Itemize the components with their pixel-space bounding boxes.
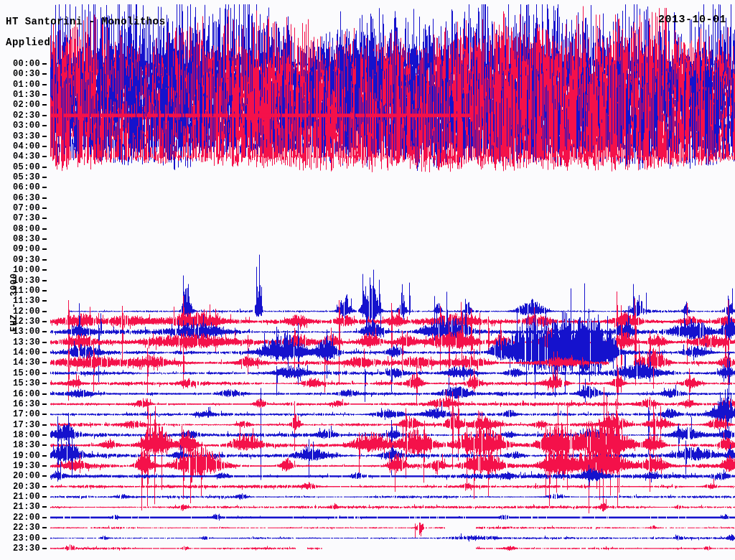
tick-mark — [42, 393, 47, 395]
tick-mark — [42, 517, 47, 518]
time-label: 08:00 — [0, 225, 40, 233]
time-label: 03:30 — [0, 132, 40, 141]
time-label: 09:30 — [0, 256, 40, 264]
time-label: 12:30 — [0, 317, 40, 326]
tick-mark — [42, 527, 47, 528]
tick-mark — [42, 104, 47, 106]
tick-mark — [42, 115, 47, 116]
time-label: 01:30 — [0, 90, 40, 99]
tick-mark — [42, 197, 47, 199]
tick-mark — [42, 444, 47, 446]
tick-mark — [42, 486, 47, 487]
time-label: 05:30 — [0, 173, 40, 182]
time-label: 17:00 — [0, 410, 40, 419]
tick-mark — [42, 548, 47, 549]
date-label: 2013-10-01 — [658, 14, 726, 26]
tick-mark — [42, 228, 47, 230]
tick-mark — [42, 156, 47, 157]
time-label: 21:00 — [0, 493, 40, 501]
tick-mark — [42, 73, 47, 75]
tick-mark — [42, 342, 47, 343]
tick-mark — [42, 290, 47, 291]
tick-mark — [42, 434, 47, 436]
tick-mark — [42, 455, 47, 457]
tick-mark — [42, 125, 47, 126]
time-label: 15:30 — [0, 379, 40, 388]
tick-mark — [42, 248, 47, 250]
time-label: 18:00 — [0, 431, 40, 439]
tick-mark — [42, 238, 47, 240]
time-label: 19:30 — [0, 462, 40, 470]
tick-mark — [42, 84, 47, 85]
time-label: 18:30 — [0, 441, 40, 449]
tick-mark — [42, 383, 47, 384]
time-label: 16:00 — [0, 390, 40, 398]
tick-mark — [42, 207, 47, 209]
time-label: 09:00 — [0, 245, 40, 253]
time-label: 07:30 — [0, 214, 40, 223]
time-label: 14:30 — [0, 358, 40, 367]
time-label: 11:30 — [0, 297, 40, 305]
tick-mark — [42, 331, 47, 332]
time-label: 06:00 — [0, 183, 40, 192]
time-label: 16:30 — [0, 400, 40, 409]
time-label: 04:00 — [0, 142, 40, 151]
time-label: 01:00 — [0, 80, 40, 89]
time-label: 22:30 — [0, 523, 40, 532]
time-label: 02:00 — [0, 101, 40, 109]
tick-mark — [42, 177, 47, 178]
time-label: 23:30 — [0, 544, 40, 553]
tick-mark — [42, 311, 47, 312]
time-label: 19:00 — [0, 452, 40, 460]
time-label: 17:30 — [0, 421, 40, 429]
tick-mark — [42, 146, 47, 147]
helicorder-page: 00:0000:3001:0001:3002:0002:3003:0003:30… — [0, 0, 735, 560]
time-label: 20:00 — [0, 472, 40, 480]
time-label: 03:00 — [0, 121, 40, 130]
filter-label: Applied — [6, 37, 50, 48]
time-label: 10:30 — [0, 276, 40, 285]
helicorder-canvas — [0, 0, 735, 560]
time-label: 05:00 — [0, 163, 40, 172]
time-label: 02:30 — [0, 111, 40, 120]
station-title: HT Santorini - Monolithos — [6, 16, 166, 27]
time-label: 15:00 — [0, 369, 40, 378]
time-label: 14:00 — [0, 348, 40, 357]
tick-mark — [42, 280, 47, 281]
time-label: 23:00 — [0, 534, 40, 543]
time-label: 00:00 — [0, 60, 40, 68]
tick-mark — [42, 475, 47, 477]
tick-mark — [42, 506, 47, 508]
tick-mark — [42, 496, 47, 498]
time-label: 08:30 — [0, 235, 40, 243]
tick-mark — [42, 465, 47, 467]
time-label: 04:30 — [0, 152, 40, 161]
time-label: 06:30 — [0, 194, 40, 202]
time-label: 21:30 — [0, 503, 40, 511]
tick-mark — [42, 414, 47, 415]
tick-mark — [42, 63, 47, 65]
tick-mark — [42, 94, 47, 95]
time-label: 11:00 — [0, 286, 40, 295]
tick-mark — [42, 300, 47, 302]
time-label: 12:00 — [0, 307, 40, 316]
tick-mark — [42, 269, 47, 271]
tick-mark — [42, 538, 47, 539]
tick-mark — [42, 362, 47, 363]
tick-mark — [42, 218, 47, 219]
tick-mark — [42, 424, 47, 426]
tick-mark — [42, 167, 47, 168]
tick-mark — [42, 403, 47, 405]
tick-mark — [42, 136, 47, 137]
channel-label: EHZ - 3000 — [9, 266, 19, 338]
time-label: 13:00 — [0, 327, 40, 336]
time-label: 22:00 — [0, 513, 40, 522]
tick-mark — [42, 187, 47, 188]
tick-mark — [42, 373, 47, 374]
time-label: 13:30 — [0, 338, 40, 347]
tick-mark — [42, 259, 47, 261]
time-label: 07:00 — [0, 204, 40, 213]
time-label: 00:30 — [0, 70, 40, 78]
time-label: 20:30 — [0, 482, 40, 491]
tick-mark — [42, 321, 47, 322]
